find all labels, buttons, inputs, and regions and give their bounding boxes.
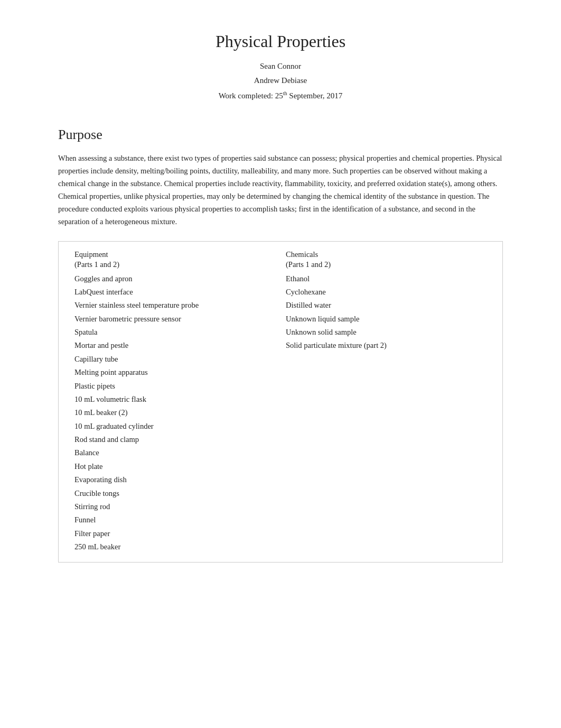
equipment-col1: Equipment (Parts 1 and 2) Goggles and ap… [69,250,280,554]
equipment-col2-item: Cyclohexane [286,285,487,299]
equipment-col1-item: Stirring rod [74,500,275,513]
equipment-col1-item: 250 mL beaker [74,540,275,554]
equipment-col1-item: Goggles and apron [74,272,275,285]
equipment-col1-item: Filter paper [74,527,275,540]
author1: Sean Connor [58,62,503,71]
equipment-col2-item: Unknown liquid sample [286,312,487,326]
equipment-col2-header: Chemicals [286,250,487,259]
equipment-col1-item: Spatula [74,326,275,339]
equipment-col1-item: 10 mL graduated cylinder [74,420,275,433]
page-title: Physical Properties [58,32,503,51]
equipment-col1-item: LabQuest interface [74,285,275,299]
equipment-items-col1: Goggles and apronLabQuest interfaceVerni… [74,272,275,554]
equipment-col1-header: Equipment [74,250,275,259]
equipment-col2-subheader: (Parts 1 and 2) [286,260,487,269]
equipment-col1-item: Plastic pipets [74,380,275,393]
equipment-table: Equipment (Parts 1 and 2) Goggles and ap… [58,241,503,563]
equipment-items-col2: EthanolCyclohexaneDistilled waterUnknown… [286,272,487,353]
equipment-col1-item: Funnel [74,513,275,527]
author2: Andrew Debiase [58,76,503,85]
equipment-col1-item: Vernier stainless steel temperature prob… [74,299,275,312]
equipment-col1-item: Crucible tongs [74,487,275,500]
date-line: Work completed: 25th September, 2017 [58,90,503,100]
equipment-col1-item: Evaporating dish [74,473,275,486]
purpose-heading: Purpose [58,127,503,143]
equipment-col1-item: 10 mL beaker (2) [74,406,275,419]
equipment-col1-item: 10 mL volumetric flask [74,393,275,406]
equipment-col1-item: Capillary tube [74,353,275,366]
date-suffix: September, 2017 [287,91,343,100]
equipment-col1-item: Balance [74,446,275,459]
equipment-col1-item: Melting point apparatus [74,366,275,379]
equipment-col2-item: Ethanol [286,272,487,285]
equipment-col2-item: Solid particulate mixture (part 2) [286,339,487,352]
equipment-col2-item: Unknown solid sample [286,326,487,339]
equipment-col1-item: Hot plate [74,460,275,473]
page-header: Physical Properties Sean Connor Andrew D… [58,32,503,100]
equipment-col1-item: Mortar and pestle [74,339,275,352]
date-prefix: Work completed: 25 [219,91,283,100]
date-sup: th [283,90,287,96]
equipment-col1-subheader: (Parts 1 and 2) [74,260,275,269]
equipment-col2: Chemicals (Parts 1 and 2) EthanolCyclohe… [280,250,492,554]
equipment-col1-item: Rod stand and clamp [74,433,275,446]
equipment-col1-item: Vernier barometric pressure sensor [74,312,275,326]
equipment-col2-item: Distilled water [286,299,487,312]
purpose-text: When assessing a substance, there exist … [58,152,503,228]
